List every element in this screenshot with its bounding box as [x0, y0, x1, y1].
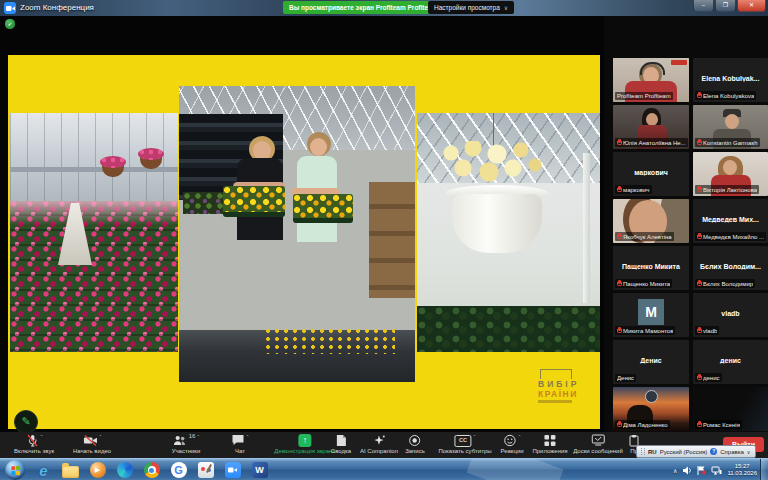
record-button[interactable]: Запись: [405, 434, 425, 454]
chat-button[interactable]: ˆ Чат: [232, 434, 249, 454]
brand-logo: [671, 60, 687, 65]
chrome-icon[interactable]: [143, 462, 160, 479]
participant-tile-pashchenko[interactable]: Пащенко Микита Пащенко Микита: [613, 246, 689, 290]
participants-icon: [173, 434, 187, 447]
language-name[interactable]: Русский (Россия): [660, 449, 708, 455]
chevron-up-icon[interactable]: ˆ: [474, 434, 476, 440]
muted-mic-icon: [697, 186, 701, 193]
ai-companion-button[interactable]: AI Companion: [360, 434, 398, 454]
summary-button[interactable]: Сводка: [331, 434, 351, 454]
foliage-row: [417, 306, 600, 352]
participant-tile-konstantin[interactable]: Konstantin Garmash: [693, 105, 768, 149]
participant-tile-viktoria[interactable]: Вікторія Лактіонова: [693, 152, 768, 196]
muted-mic-icon: [697, 139, 701, 146]
participant-name-label: Ромас Ксенія: [695, 420, 742, 429]
window-controls: – ❐ ✕: [692, 0, 766, 12]
action-center-flag-icon[interactable]: [697, 465, 706, 475]
participant-tile-denis1[interactable]: Денис Денис: [613, 340, 689, 384]
maximize-button[interactable]: ❐: [715, 0, 736, 12]
scattered-flowers: [265, 328, 395, 354]
windows-language-bar[interactable]: RU Русский (Россия) ? Справка ∨: [636, 445, 756, 458]
network-icon[interactable]: [711, 466, 722, 475]
edge-icon[interactable]: [116, 462, 133, 479]
participant-name-label: Юлія Анатоліївна Не...: [615, 138, 688, 147]
whiteboard-icon: [591, 434, 605, 446]
start-button[interactable]: [5, 460, 25, 480]
chevron-down-icon[interactable]: ∨: [747, 449, 751, 455]
clock-time: 15:27: [735, 463, 750, 469]
participant-name-label: Konstantin Garmash: [695, 138, 760, 147]
muted-mic-icon: [697, 92, 701, 99]
show-desktop-button[interactable]: [760, 459, 768, 480]
annotate-pencil-button[interactable]: ✎: [14, 410, 38, 434]
record-icon: [409, 434, 422, 447]
participant-name-label: Якобчук Алевтіна: [615, 232, 674, 241]
logo-line2: КРАЇНИ: [538, 389, 596, 399]
media-player-icon[interactable]: ▶: [89, 462, 106, 479]
muted-mic-icon: [697, 233, 701, 240]
minimize-button[interactable]: –: [693, 0, 714, 12]
help-icon[interactable]: ?: [710, 448, 717, 455]
start-video-button[interactable]: ˆ Начать видео: [73, 434, 111, 454]
photo-petunia-greenhouse: [10, 113, 178, 352]
volume-icon[interactable]: [682, 466, 692, 475]
internet-explorer-icon[interactable]: e: [35, 462, 52, 479]
participant-tile-belykh[interactable]: Бєлих Володим... Бєлих Володимир: [693, 246, 768, 290]
participant-tile-mamontov[interactable]: M Микита Мамонтов: [613, 293, 689, 337]
zoom-meeting-window: Zoom Конференция Вы просматриваете экран…: [0, 0, 768, 480]
chevron-up-icon[interactable]: ˆ: [519, 434, 521, 440]
logo-subline: [538, 400, 572, 403]
participant-tile-yulia[interactable]: Юлія Анатоліївна Не...: [613, 105, 689, 149]
chevron-up-icon[interactable]: ˆ: [40, 434, 42, 440]
close-button[interactable]: ✕: [737, 0, 766, 12]
photo-hanging-basket-begonia: [417, 113, 600, 352]
participant-tile-medvedev[interactable]: Медведев Мих... Медведєв Михайло ...: [693, 199, 768, 243]
google-icon[interactable]: G: [170, 462, 187, 479]
message-boards-button[interactable]: Доски сообщений: [573, 434, 623, 454]
participant-tile-profiteam[interactable]: ProfIteam ProfIteam: [613, 58, 689, 102]
participants-panel: ProfIteam ProfIteam Elena Kobulyak... El…: [604, 16, 768, 432]
participant-name-label: денис: [695, 373, 722, 382]
share-screen-button[interactable]: ↑ Демонстрация экрана: [274, 434, 335, 454]
captions-button[interactable]: CC ˆ Показать субтитры: [438, 434, 491, 454]
muted-mic-icon: [617, 327, 621, 334]
participant-name-label: Пащенко Микита: [615, 279, 672, 288]
drag-handle[interactable]: [641, 448, 645, 455]
chevron-up-icon[interactable]: ˆ: [100, 434, 102, 440]
participants-count-badge: 16: [189, 433, 196, 439]
shared-screen-slide: ВИБІР КРАЇНИ: [8, 55, 600, 429]
taskbar-clock[interactable]: 15:27 11.03.2026: [727, 463, 757, 477]
word-icon[interactable]: W: [251, 462, 268, 479]
zoom-taskbar-icon[interactable]: [224, 462, 241, 479]
participant-tile-romas[interactable]: Ромас Ксенія: [693, 387, 768, 431]
windows-taskbar: e ▶ G W ∧ 15:27 11.03.2026: [0, 458, 768, 480]
paint-icon[interactable]: [197, 462, 214, 479]
hidden-icons-button[interactable]: ∧: [673, 467, 677, 474]
participant-tile-denis2[interactable]: денис денис: [693, 340, 768, 384]
participant-name-label: Elena Kobulyakova: [695, 91, 756, 100]
participant-tile-dima[interactable]: Діма Ладоненко: [613, 387, 689, 431]
unmute-button[interactable]: ˆ Включить звук: [14, 434, 54, 454]
chevron-up-icon[interactable]: ˆ: [197, 434, 199, 440]
apps-button[interactable]: Приложения: [532, 434, 567, 454]
muted-mic-icon: [697, 374, 701, 381]
zoom-control-bar: ˆ Включить звук ˆ Начать видео 16 ˆ Учас…: [0, 432, 768, 458]
muted-mic-icon: [617, 421, 621, 428]
cardboard-boxes: [369, 182, 415, 298]
participant-tile-vladb[interactable]: vladb vladb: [693, 293, 768, 337]
meeting-info-shield-icon[interactable]: ✓: [5, 19, 15, 29]
participant-tile-yakobchuk[interactable]: Якобчук Алевтіна: [613, 199, 689, 243]
slide-logo: ВИБІР КРАЇНИ: [538, 369, 596, 403]
file-explorer-icon[interactable]: [62, 462, 79, 479]
smiley-icon: [504, 434, 517, 447]
muted-mic-icon: [617, 233, 621, 240]
chevron-up-icon[interactable]: ˆ: [247, 434, 249, 440]
participants-button[interactable]: 16 ˆ Участники: [172, 434, 201, 454]
help-label[interactable]: Справка: [720, 449, 744, 455]
participant-display-name: маркович: [615, 168, 687, 175]
participant-tile-markovich[interactable]: маркович маркович: [613, 152, 689, 196]
participant-tile-elena[interactable]: Elena Kobulyak... Elena Kobulyakova: [693, 58, 768, 102]
reactions-button[interactable]: ˆ Реакции: [500, 434, 523, 454]
view-settings-dropdown[interactable]: Настройки просмотра ∨: [428, 1, 514, 14]
language-code[interactable]: RU: [648, 449, 657, 455]
